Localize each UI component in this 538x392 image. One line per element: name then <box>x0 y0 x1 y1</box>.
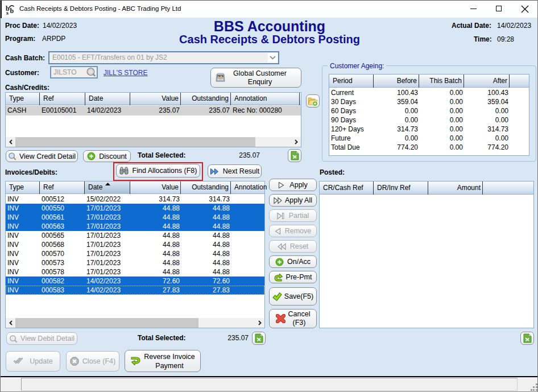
svg-text:s: s <box>6 10 9 15</box>
svg-text:b: b <box>10 7 14 15</box>
